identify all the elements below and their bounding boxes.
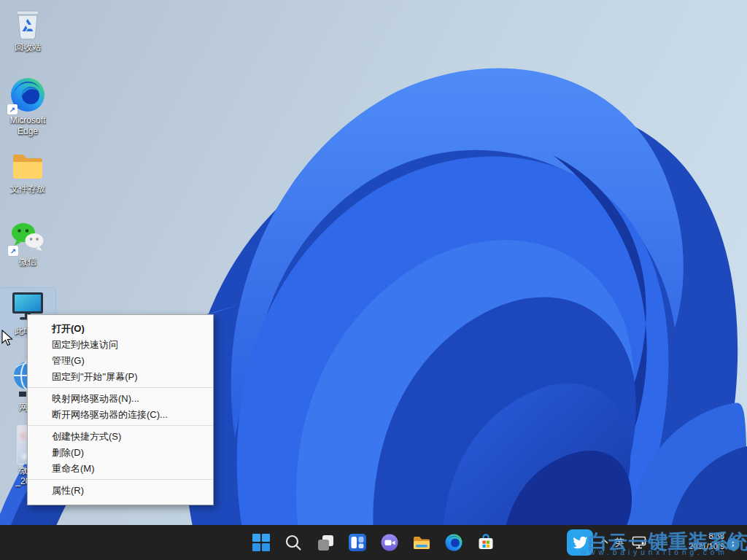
show-hidden-icons-button[interactable] xyxy=(599,537,609,547)
wechat-icon: ↗ xyxy=(9,220,46,255)
start-button[interactable] xyxy=(247,528,276,557)
clock-date: 2021/10/9 xyxy=(676,541,724,551)
desktop-icon-label: 微信 xyxy=(19,257,36,268)
desktop-icon-label: Microsoft Edge xyxy=(1,115,54,137)
chevron-up-icon xyxy=(599,538,609,545)
display-tray-icon[interactable] xyxy=(631,535,649,550)
desktop-icon-microsoft-edge[interactable]: ↗ Microsoft Edge xyxy=(0,76,55,137)
taskbar-clock[interactable]: 8:38 2021/10/9 xyxy=(676,531,724,553)
clock-time: 8:38 xyxy=(676,531,724,541)
store-button[interactable] xyxy=(471,528,500,557)
desktop: 回收站 ↗ Microsoft Edge xyxy=(0,0,747,560)
folder-icon xyxy=(10,150,45,182)
shortcut-arrow-icon: ↗ xyxy=(7,104,18,114)
taskbar: 英 8:38 2021/10/9 1 xyxy=(0,525,747,560)
edge-icon xyxy=(444,533,463,552)
desktop-icon-label: 回收站 xyxy=(15,42,41,53)
task-view-icon xyxy=(316,533,335,552)
taskbar-center-group xyxy=(245,528,502,557)
widgets-icon xyxy=(348,533,367,552)
menu-item-rename[interactable]: 重命名(M) xyxy=(28,461,213,477)
menu-separator xyxy=(28,425,213,426)
desktop-icon-label: 文件存放 xyxy=(10,184,45,195)
store-icon xyxy=(476,533,495,552)
desktop-icon-wechat[interactable]: ↗ 微信 xyxy=(0,220,55,268)
task-view-button[interactable] xyxy=(311,528,340,557)
edge-icon: ↗ xyxy=(9,76,47,114)
twitter-tray-icon[interactable] xyxy=(567,529,593,556)
edge-button[interactable] xyxy=(439,528,468,557)
menu-item-manage[interactable]: 管理(G) xyxy=(28,353,213,369)
shortcut-arrow-icon: ↗ xyxy=(8,246,18,256)
file-explorer-icon xyxy=(412,533,431,552)
context-menu: 打开(O) 固定到快速访问 管理(G) 固定到"开始"屏幕(P) 映射网络驱动器… xyxy=(27,314,214,505)
menu-item-delete[interactable]: 删除(D) xyxy=(28,445,213,461)
recycle-bin-icon xyxy=(11,7,44,41)
menu-item-open[interactable]: 打开(O) xyxy=(28,321,213,337)
notification-badge[interactable]: 1 xyxy=(727,538,739,551)
monitor-icon xyxy=(632,536,648,549)
desktop-icon-file-folder[interactable]: 文件存放 xyxy=(0,150,55,195)
twitter-bird-icon xyxy=(571,534,589,551)
menu-separator xyxy=(28,387,213,388)
file-explorer-button[interactable] xyxy=(407,528,436,557)
desktop-icon-recycle-bin[interactable]: 回收站 xyxy=(0,7,55,53)
widgets-button[interactable] xyxy=(343,528,372,557)
menu-item-disconnect-network-drive[interactable]: 断开网络驱动器的连接(C)... xyxy=(28,407,213,423)
search-icon xyxy=(284,533,303,552)
menu-item-properties[interactable]: 属性(R) xyxy=(28,483,213,499)
menu-item-pin-to-quick-access[interactable]: 固定到快速访问 xyxy=(28,337,213,353)
menu-separator xyxy=(28,479,213,480)
search-button[interactable] xyxy=(279,528,308,557)
menu-item-pin-to-start[interactable]: 固定到"开始"屏幕(P) xyxy=(28,369,213,385)
menu-item-map-network-drive[interactable]: 映射网络驱动器(N)... xyxy=(28,391,213,407)
chat-button[interactable] xyxy=(375,528,404,557)
ime-language-indicator[interactable]: 英 xyxy=(613,536,626,549)
menu-item-create-shortcut[interactable]: 创建快捷方式(S) xyxy=(28,429,213,445)
windows-logo-icon xyxy=(252,533,271,552)
chat-video-icon xyxy=(380,533,399,552)
